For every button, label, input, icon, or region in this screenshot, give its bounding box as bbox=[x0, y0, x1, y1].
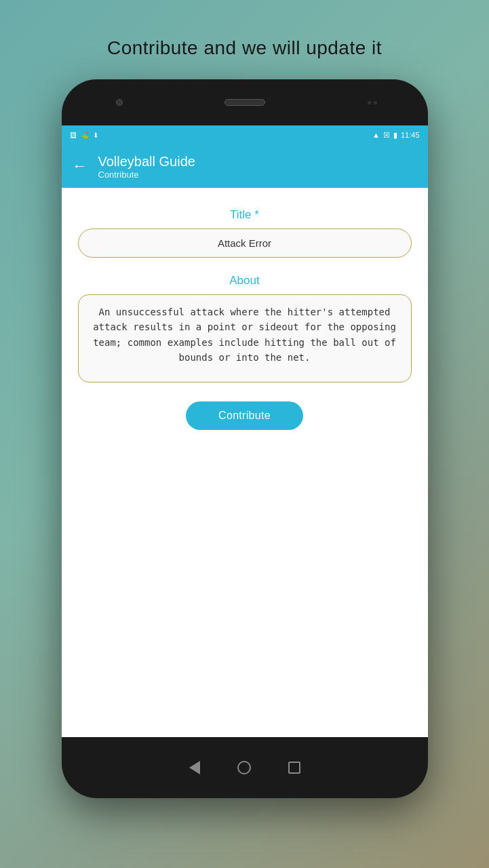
camera bbox=[116, 99, 123, 106]
back-nav-icon bbox=[189, 761, 200, 774]
home-nav-button[interactable] bbox=[237, 761, 251, 774]
app-bar-title: Volleyball Guide bbox=[98, 153, 195, 170]
app-bar: ← Volleyball Guide Contribute bbox=[62, 144, 428, 188]
home-nav-icon bbox=[237, 761, 251, 774]
status-bar: 🖼 ⛳ ⬇ ▲ ☒ ▮ 11:45 bbox=[62, 125, 428, 144]
phone-top-bezel bbox=[62, 79, 428, 125]
led-dot-2 bbox=[374, 101, 377, 104]
phone-screen: 🖼 ⛳ ⬇ ▲ ☒ ▮ 11:45 ← Volleyball Guide Con… bbox=[62, 125, 428, 737]
phone-frame: 🖼 ⛳ ⬇ ▲ ☒ ▮ 11:45 ← Volleyball Guide Con… bbox=[62, 79, 428, 798]
about-textarea[interactable]: An unsuccessful attack where the hitter'… bbox=[78, 294, 412, 382]
battery-icon: ▮ bbox=[393, 131, 397, 140]
download-icon: ⬇ bbox=[93, 132, 98, 139]
recents-nav-button[interactable] bbox=[288, 762, 300, 774]
nav-icon: ⛳ bbox=[81, 132, 89, 139]
about-label: About bbox=[229, 274, 259, 288]
speaker bbox=[224, 99, 265, 106]
led-dot-1 bbox=[368, 101, 371, 104]
page-background-title: Contribute and we will update it bbox=[107, 37, 382, 59]
app-bar-subtitle: Contribute bbox=[98, 170, 195, 180]
status-icons-left: 🖼 ⛳ ⬇ bbox=[70, 132, 98, 139]
contribute-button[interactable]: Contribute bbox=[186, 401, 303, 430]
back-nav-button[interactable] bbox=[189, 761, 200, 774]
image-icon: 🖼 bbox=[70, 132, 77, 139]
title-label: Title * bbox=[230, 208, 259, 222]
recents-nav-icon bbox=[288, 762, 300, 774]
title-input[interactable] bbox=[78, 229, 412, 258]
time-display: 11:45 bbox=[401, 131, 420, 139]
wifi-icon: ▲ bbox=[372, 131, 380, 139]
signal-icon: ☒ bbox=[383, 131, 390, 140]
phone-bottom-bezel bbox=[62, 737, 428, 798]
content-area: Title * About An unsuccessful attack whe… bbox=[62, 188, 428, 737]
back-button[interactable]: ← bbox=[73, 157, 87, 175]
status-icons-right: ▲ ☒ ▮ 11:45 bbox=[372, 131, 419, 140]
app-bar-titles: Volleyball Guide Contribute bbox=[98, 153, 195, 180]
led-dots bbox=[368, 101, 377, 104]
